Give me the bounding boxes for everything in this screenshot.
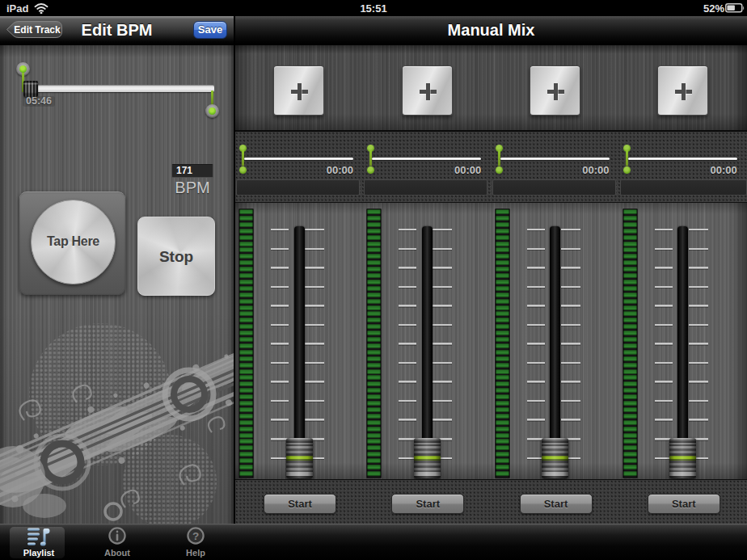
svg-text:?: ?: [192, 530, 199, 542]
